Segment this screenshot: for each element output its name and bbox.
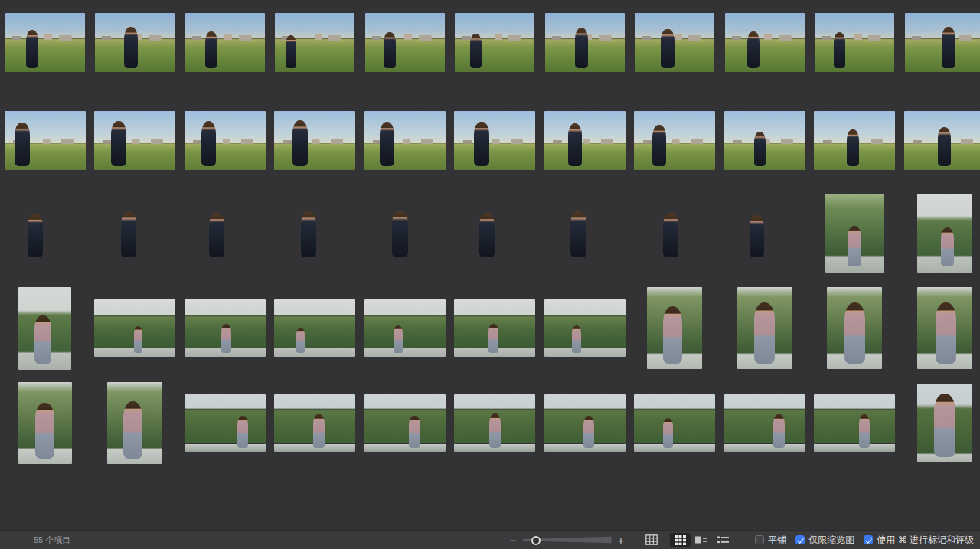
photo-thumbnail[interactable] [364, 299, 446, 357]
photo-thumbnail[interactable] [94, 111, 175, 170]
photo-thumbnail[interactable] [634, 111, 715, 170]
photo-thumbnail[interactable] [18, 382, 72, 464]
photo-thumbnail[interactable] [904, 111, 980, 170]
grid-cell [180, 111, 270, 170]
photo-thumbnail[interactable] [815, 13, 894, 72]
photo-thumbnail[interactable] [454, 111, 535, 170]
grid-cell [0, 382, 90, 464]
photo-thumbnail[interactable] [917, 194, 972, 273]
photo-thumbnail[interactable] [455, 204, 535, 262]
photo-thumbnail[interactable] [635, 13, 714, 72]
person-figure [747, 31, 760, 68]
photo-thumbnail[interactable] [94, 299, 175, 357]
photo-thumbnail[interactable] [825, 194, 884, 273]
photo-thumbnail[interactable] [274, 111, 355, 170]
photo-thumbnail[interactable] [275, 204, 355, 262]
photo-thumbnail[interactable] [905, 13, 980, 72]
person-figure [292, 120, 308, 166]
photo-thumbnail[interactable] [274, 394, 355, 452]
person-figure [474, 122, 489, 166]
grid-cell [810, 286, 900, 370]
photo-thumbnail[interactable] [917, 384, 972, 462]
photo-thumbnail[interactable] [545, 13, 625, 72]
photo-thumbnail[interactable] [5, 111, 86, 170]
grid-cell [720, 13, 810, 72]
grid-view-button[interactable] [670, 533, 691, 547]
photo-thumbnail[interactable] [185, 204, 265, 262]
option-checkboxes: 平铺仅限缩览图使用 ⌘ 进行标记和评级 [746, 534, 974, 547]
grid-cell [270, 382, 361, 464]
person-figure [844, 302, 865, 363]
photo-thumbnail[interactable] [454, 299, 535, 357]
photo-thumbnail[interactable] [724, 111, 805, 170]
photo-thumbnail[interactable] [107, 382, 162, 464]
unchecked-checkbox-icon[interactable] [755, 535, 764, 544]
photo-thumbnail[interactable] [724, 394, 805, 452]
grid-cell [180, 286, 270, 370]
photo-thumbnail[interactable] [95, 204, 175, 262]
grid-cell [180, 13, 270, 72]
photo-thumbnail[interactable] [544, 299, 626, 357]
photo-thumbnail[interactable] [95, 13, 175, 72]
photo-thumbnail[interactable] [18, 287, 71, 370]
photo-thumbnail[interactable] [274, 299, 355, 357]
photo-thumbnail[interactable] [364, 204, 445, 262]
photo-thumbnail[interactable] [544, 111, 626, 170]
use-cmd-tagging-checkbox[interactable]: 使用 ⌘ 进行标记和评级 [864, 534, 974, 547]
person-figure [489, 413, 501, 448]
content-view-button[interactable] [691, 533, 712, 547]
grid-cell [540, 193, 630, 273]
photo-thumbnail[interactable] [364, 111, 446, 170]
zoom-in-button[interactable]: + [615, 534, 628, 546]
person-figure [15, 123, 29, 166]
tile-checkbox[interactable]: 平铺 [755, 534, 786, 547]
zoom-out-button[interactable]: − [507, 534, 520, 546]
person-figure [296, 328, 305, 353]
grid-cell [810, 382, 900, 464]
photo-thumbnail[interactable] [724, 204, 805, 262]
person-figure [123, 401, 142, 459]
thumbnail-size-slider[interactable] [523, 534, 612, 546]
photo-thumbnail[interactable] [814, 111, 895, 170]
grid-cell [720, 286, 810, 370]
grid-cell [270, 13, 361, 72]
grid-outline-button[interactable] [641, 533, 662, 547]
photo-thumbnail[interactable] [634, 394, 715, 452]
checked-checkbox-icon[interactable] [864, 535, 873, 544]
grid-cell [0, 193, 90, 273]
list-icon [717, 535, 729, 544]
photo-thumbnail[interactable] [185, 13, 265, 72]
photo-thumbnail[interactable] [827, 287, 882, 369]
list-view-button[interactable] [712, 533, 733, 547]
photo-thumbnail[interactable] [544, 394, 626, 452]
slider-knob[interactable] [531, 536, 541, 545]
thumbnails-only-checkbox[interactable]: 仅限缩览图 [795, 534, 854, 547]
photo-thumbnail[interactable] [455, 13, 534, 72]
photo-thumbnail[interactable] [814, 394, 895, 452]
browser-controls: − + [507, 533, 980, 547]
grid-cell [0, 286, 90, 370]
checked-checkbox-icon[interactable] [795, 535, 805, 544]
photo-thumbnail[interactable] [917, 287, 972, 369]
photo-thumbnail[interactable] [5, 204, 85, 262]
photo-thumbnail[interactable] [185, 299, 266, 357]
person-figure [941, 227, 955, 267]
photo-thumbnail[interactable] [275, 13, 354, 72]
photo-thumbnail[interactable] [647, 287, 702, 369]
thumb-with-text-icon [695, 535, 707, 544]
photo-thumbnail[interactable] [365, 13, 445, 72]
photo-thumbnail[interactable] [185, 394, 266, 452]
person-figure [575, 28, 589, 67]
photo-thumbnail[interactable] [454, 394, 535, 452]
grid-cell [360, 286, 450, 370]
photo-thumbnail[interactable] [185, 111, 266, 170]
photo-thumbnail[interactable] [725, 13, 805, 72]
grid-row [0, 13, 980, 72]
photo-thumbnail[interactable] [5, 13, 85, 72]
grid-cell [810, 193, 900, 273]
photo-thumbnail[interactable] [635, 204, 715, 262]
photo-thumbnail[interactable] [364, 394, 446, 452]
photo-thumbnail[interactable] [544, 204, 625, 262]
photo-thumbnail[interactable] [737, 287, 792, 369]
person-figure [409, 416, 420, 448]
